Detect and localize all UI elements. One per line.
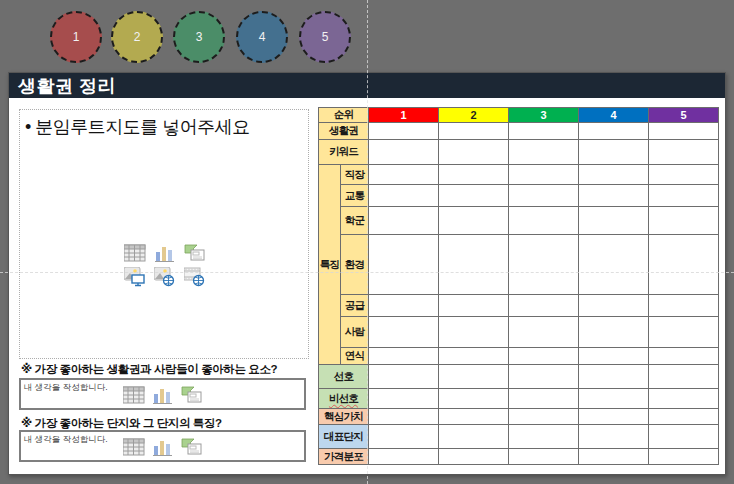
rank-col-3[interactable]: 3 <box>509 108 579 123</box>
row-label: 생활권 <box>319 123 369 140</box>
table-cell[interactable] <box>649 409 719 425</box>
question-1-answer-box[interactable]: 내 생각을 작성합니다. <box>19 378 306 410</box>
table-cell[interactable] <box>649 295 719 317</box>
table-cell[interactable] <box>509 165 579 185</box>
table-cell[interactable] <box>439 140 509 165</box>
table-icon[interactable] <box>124 244 146 262</box>
chart-icon[interactable] <box>155 244 175 262</box>
table-cell[interactable] <box>439 165 509 185</box>
table-cell[interactable] <box>439 449 509 465</box>
table-cell[interactable] <box>369 389 439 409</box>
table-cell[interactable] <box>369 449 439 465</box>
table-cell[interactable] <box>369 365 439 389</box>
table-cell[interactable] <box>509 348 579 365</box>
table-cell[interactable] <box>509 449 579 465</box>
table-cell[interactable] <box>369 207 439 235</box>
table-cell[interactable] <box>439 348 509 365</box>
table-cell[interactable] <box>509 389 579 409</box>
slide-title[interactable]: 생활권 정리 <box>9 74 116 98</box>
table-icon[interactable] <box>123 438 145 456</box>
rank-circle-1[interactable]: 1 <box>50 11 102 63</box>
table-cell[interactable] <box>369 425 439 449</box>
table-cell[interactable] <box>369 317 439 348</box>
table-cell[interactable] <box>509 207 579 235</box>
question-2-answer-box[interactable]: 내 생각을 작성합니다. <box>19 430 306 462</box>
table-cell[interactable] <box>509 235 579 295</box>
chart-icon[interactable] <box>153 438 173 456</box>
table-cell[interactable] <box>649 123 719 140</box>
rank-circle-4[interactable]: 4 <box>236 11 288 63</box>
table-cell[interactable] <box>509 140 579 165</box>
table-row-living-area: 생활권 <box>319 123 719 140</box>
table-cell[interactable] <box>369 123 439 140</box>
table-cell[interactable] <box>649 449 719 465</box>
table-cell[interactable] <box>509 295 579 317</box>
table-cell[interactable] <box>579 207 649 235</box>
table-cell[interactable] <box>439 185 509 207</box>
table-icon[interactable] <box>123 386 145 404</box>
smartart-icon[interactable] <box>184 244 205 262</box>
table-cell[interactable] <box>509 365 579 389</box>
table-cell[interactable] <box>649 317 719 348</box>
table-cell[interactable] <box>509 317 579 348</box>
table-cell[interactable] <box>369 165 439 185</box>
table-cell[interactable] <box>649 425 719 449</box>
table-cell[interactable] <box>649 235 719 295</box>
table-cell[interactable] <box>579 185 649 207</box>
table-cell[interactable] <box>509 425 579 449</box>
table-cell[interactable] <box>369 409 439 425</box>
table-cell[interactable] <box>439 389 509 409</box>
table-cell[interactable] <box>439 295 509 317</box>
table-cell[interactable] <box>649 389 719 409</box>
rank-circle-5[interactable]: 5 <box>299 11 351 63</box>
table-cell[interactable] <box>439 235 509 295</box>
rank-col-2[interactable]: 2 <box>439 108 509 123</box>
table-cell[interactable] <box>369 185 439 207</box>
table-cell[interactable] <box>579 348 649 365</box>
table-cell[interactable] <box>649 165 719 185</box>
table-cell[interactable] <box>439 207 509 235</box>
table-cell[interactable] <box>579 317 649 348</box>
table-cell[interactable] <box>369 295 439 317</box>
table-cell[interactable] <box>439 123 509 140</box>
table-cell[interactable] <box>649 185 719 207</box>
table-cell[interactable] <box>439 425 509 449</box>
rank-col-5[interactable]: 5 <box>649 108 719 123</box>
table-cell[interactable] <box>579 165 649 185</box>
table-cell[interactable] <box>439 365 509 389</box>
rank-circle-2[interactable]: 2 <box>111 11 163 63</box>
table-cell[interactable] <box>509 185 579 207</box>
table-cell[interactable] <box>579 235 649 295</box>
table-cell[interactable] <box>369 348 439 365</box>
table-cell[interactable] <box>649 140 719 165</box>
table-cell[interactable] <box>439 409 509 425</box>
table-cell[interactable] <box>579 409 649 425</box>
screenshot-icon[interactable] <box>124 267 145 287</box>
table-cell[interactable] <box>509 409 579 425</box>
table-cell[interactable] <box>579 449 649 465</box>
online-picture-icon[interactable] <box>154 267 175 287</box>
smartart-icon[interactable] <box>181 438 202 456</box>
content-placeholder[interactable]: • 분임루트지도를 넣어주세요 <box>19 109 309 359</box>
rank-col-1[interactable]: 1 <box>369 108 439 123</box>
rank-col-4[interactable]: 4 <box>579 108 649 123</box>
table-cell[interactable] <box>579 123 649 140</box>
table-cell[interactable] <box>509 123 579 140</box>
table-cell[interactable] <box>369 235 439 295</box>
smartart-icon[interactable] <box>181 386 202 404</box>
table-cell[interactable] <box>579 389 649 409</box>
table-cell[interactable] <box>649 207 719 235</box>
table-cell[interactable] <box>579 140 649 165</box>
table-cell[interactable] <box>369 140 439 165</box>
table-cell[interactable] <box>579 365 649 389</box>
table-cell[interactable] <box>579 295 649 317</box>
table-cell[interactable] <box>649 365 719 389</box>
row-label: 비선호 <box>319 389 369 409</box>
table-cell[interactable] <box>439 317 509 348</box>
rank-circle-3[interactable]: 3 <box>173 11 225 63</box>
table-cell[interactable] <box>649 348 719 365</box>
video-icon[interactable] <box>184 267 205 287</box>
chart-icon[interactable] <box>153 386 173 404</box>
placeholder-bullet-text[interactable]: • 분임루트지도를 넣어주세요 <box>20 110 308 139</box>
table-cell[interactable] <box>579 425 649 449</box>
